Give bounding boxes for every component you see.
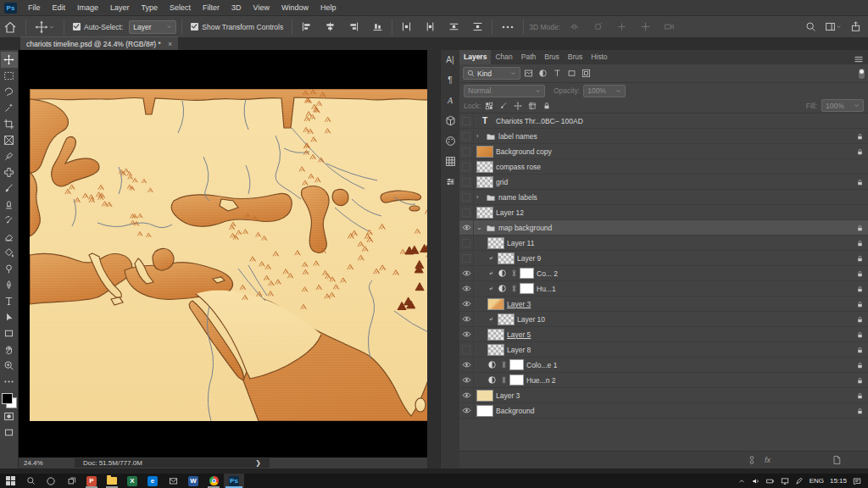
lock-paint-button[interactable] (499, 101, 509, 110)
tool-brush[interactable] (1, 180, 18, 197)
menu-file[interactable]: File (22, 0, 47, 15)
taskbar-chrome[interactable] (203, 474, 224, 488)
menu-window[interactable]: Window (275, 0, 314, 15)
3d-panel-button[interactable] (443, 114, 458, 127)
layer-name[interactable]: Layer 5 (507, 330, 854, 339)
layer-name[interactable]: Layer 10 (517, 315, 854, 324)
layer-mask-thumbnail[interactable] (520, 268, 534, 279)
color-swatches[interactable] (2, 393, 17, 408)
align-hcenter-button[interactable] (321, 21, 339, 32)
filter-kind-dropdown[interactable]: Kind (463, 67, 520, 80)
layer-name[interactable]: grid (496, 178, 854, 186)
visibility-empty[interactable] (459, 129, 474, 143)
layer-row-0[interactable]: TChariots Thr...0BC– 100AD (459, 114, 868, 129)
tool-dodge[interactable] (1, 261, 18, 277)
swatches-panel-button[interactable] (443, 155, 458, 168)
layer-name[interactable]: Co... 2 (537, 269, 854, 278)
taskbar-mail[interactable] (163, 474, 183, 488)
layer-name[interactable]: Hue...n 2 (526, 376, 854, 385)
color-panel-button[interactable] (443, 135, 458, 147)
panel-menu-button[interactable] (854, 54, 864, 64)
character-panel-button[interactable]: A| (443, 53, 458, 66)
layer-row-19[interactable]: Background (459, 403, 868, 419)
adjustments-panel-button[interactable] (443, 175, 458, 188)
layer-row-11[interactable]: Hu...1 (459, 281, 868, 297)
layer-row-1[interactable]: ›label names (459, 129, 868, 144)
layer-row-10[interactable]: Co... 2 (459, 266, 868, 281)
visibility-eye-icon[interactable] (459, 312, 474, 326)
layer-row-5[interactable]: ›name labels (459, 190, 868, 205)
visibility-empty[interactable] (459, 175, 474, 189)
tray-network[interactable] (781, 477, 789, 485)
taskbar-start[interactable] (0, 474, 20, 488)
layer-row-4[interactable]: grid (459, 175, 868, 190)
new-adjustment-button[interactable] (796, 455, 806, 465)
status-chevron-icon[interactable]: ❯ (255, 459, 261, 467)
visibility-eye-icon[interactable] (459, 266, 474, 280)
tool-eyedropper[interactable] (1, 148, 18, 164)
tool-lasso[interactable] (1, 84, 18, 100)
tool-ellipsis[interactable] (1, 374, 18, 390)
menu-view[interactable]: View (248, 0, 275, 15)
layer-row-15[interactable]: Layer 8 (459, 342, 868, 358)
visibility-eye-icon[interactable] (459, 358, 474, 372)
panel-tab-path-2[interactable]: Path (517, 50, 541, 64)
visibility-eye-icon[interactable] (459, 373, 474, 387)
tool-quick-mask[interactable] (1, 408, 18, 424)
fill-dropdown[interactable]: 100% (821, 99, 864, 112)
taskbar-photoshop[interactable]: Ps (224, 474, 244, 488)
tool-pen[interactable] (1, 277, 18, 293)
layer-thumbnail[interactable] (487, 344, 504, 356)
dist-vcenter-button[interactable] (445, 21, 463, 32)
visibility-empty[interactable] (459, 342, 474, 357)
tool-eraser[interactable] (1, 229, 18, 245)
roll-3d-button[interactable] (589, 21, 607, 32)
layer-name[interactable]: map background (498, 224, 854, 232)
taskbar-edge[interactable]: e (142, 474, 163, 488)
panel-tab-chan-1[interactable]: Chan (491, 50, 516, 64)
lock-transparent-button[interactable] (485, 101, 494, 110)
move-tool-preset[interactable] (31, 20, 58, 34)
menu-layer[interactable]: Layer (104, 0, 136, 15)
layer-name[interactable]: compass rose (496, 163, 854, 171)
dist-right-button[interactable] (469, 21, 487, 32)
tool-hand[interactable] (1, 341, 18, 358)
layer-row-16[interactable]: Colo...e 1 (459, 358, 868, 373)
zoom-level[interactable]: 24.4% (24, 459, 75, 467)
tool-marquee[interactable] (1, 68, 18, 84)
layer-thumbnail[interactable] (476, 207, 493, 219)
new-group-button[interactable] (814, 455, 824, 465)
tool-shape[interactable] (1, 325, 18, 341)
blend-mode-dropdown[interactable]: Normal (464, 85, 545, 97)
tray-pen-tray[interactable] (795, 477, 804, 485)
layer-name[interactable]: Chariots Thr...0BC– 100AD (496, 117, 854, 125)
layer-thumbnail[interactable] (487, 329, 504, 341)
layer-thumbnail[interactable] (476, 405, 493, 417)
layer-thumbnail[interactable] (487, 237, 504, 249)
taskbar-cortana[interactable] (41, 474, 61, 488)
link-layers-button[interactable] (747, 455, 757, 465)
visibility-eye-icon[interactable] (459, 327, 474, 341)
add-mask-button[interactable] (778, 455, 788, 465)
layer-thumbnail[interactable] (476, 146, 493, 158)
visibility-eye-icon[interactable] (459, 281, 474, 296)
menu-select[interactable]: Select (164, 0, 197, 15)
layer-mask-thumbnail[interactable] (520, 283, 534, 294)
tool-stamp[interactable] (1, 197, 18, 213)
layer-row-9[interactable]: Layer 9 (459, 251, 868, 266)
layer-name[interactable]: Background copy (496, 147, 854, 156)
layer-name[interactable]: Layer 9 (517, 254, 854, 263)
document-tab[interactable]: chariots timeline.psd @ 24.4% (RGB/8#) *… (20, 36, 178, 50)
taskbar-explorer[interactable] (102, 474, 122, 488)
taskbar-word[interactable]: W (183, 474, 203, 488)
align-left-button[interactable] (298, 21, 315, 32)
shape-filter-button[interactable] (566, 68, 577, 79)
visibility-eye-icon[interactable] (459, 220, 474, 235)
home-button[interactable] (0, 20, 20, 34)
expand-arrow-icon[interactable]: › (476, 193, 483, 201)
visibility-eye-icon[interactable] (459, 403, 474, 418)
tool-history[interactable] (1, 213, 18, 229)
tool-type[interactable] (1, 293, 18, 309)
adjustment-filter-button[interactable] (537, 68, 548, 79)
auto-select-target-dropdown[interactable]: Layer (129, 20, 176, 34)
